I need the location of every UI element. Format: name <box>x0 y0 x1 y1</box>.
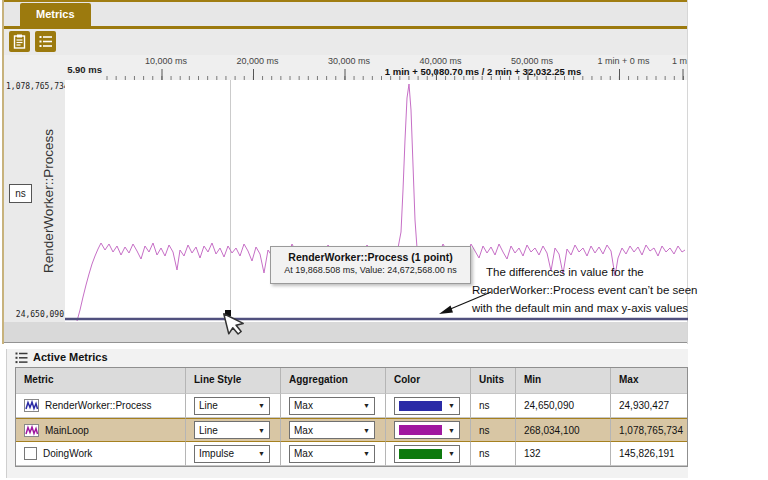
list-icon <box>15 352 28 364</box>
metric-row-mainloop[interactable]: MainLoopLine▼Max▼▼ns268,034,1001,078,765… <box>16 418 687 442</box>
column-header-color[interactable]: Color <box>386 368 471 394</box>
metrics-window: Metrics <box>0 0 768 480</box>
column-header-line-style[interactable]: Line Style <box>186 368 281 394</box>
line-style-dropdown[interactable]: Line▼ <box>194 421 270 439</box>
max-cell: 24,930,427 <box>611 394 687 418</box>
color-cell: ▼ <box>386 418 471 442</box>
chevron-down-icon: ▼ <box>363 402 370 409</box>
report-button[interactable] <box>9 31 30 52</box>
tree-list-icon <box>39 35 53 48</box>
time-tick-label: 10,000 ms <box>145 56 187 66</box>
column-header-min[interactable]: Min <box>516 368 611 394</box>
active-metrics-title: Active Metrics <box>33 351 108 363</box>
metric-row-renderworker-process[interactable]: RenderWorker::ProcessLine▼Max▼▼ns24,650,… <box>16 394 687 418</box>
line-style-dropdown[interactable]: Line▼ <box>194 397 270 415</box>
metrics-table: MetricLine StyleAggregationColorUnitsMin… <box>15 367 688 467</box>
metric-cell: MainLoop <box>16 418 186 442</box>
annotation-arrow <box>433 288 497 320</box>
annotation-line-3: with the default min and max y-axis valu… <box>472 299 702 317</box>
aggregation-value: Max <box>294 448 313 459</box>
metric-name-label: DoingWork <box>43 448 92 459</box>
min-cell: 132 <box>516 442 611 466</box>
tab-bar: Metrics <box>4 2 687 29</box>
line-style-cell: Impulse▼ <box>186 442 281 466</box>
color-dropdown[interactable]: ▼ <box>394 397 460 415</box>
metrics-table-header-row: MetricLine StyleAggregationColorUnitsMin… <box>16 368 687 394</box>
color-swatch <box>399 449 442 459</box>
aggregation-value: Max <box>294 425 313 436</box>
chevron-down-icon: ▼ <box>448 402 455 409</box>
metric-cell: RenderWorker::Process <box>16 394 186 418</box>
color-cell: ▼ <box>386 394 471 418</box>
aggregation-dropdown[interactable]: Max▼ <box>289 421 375 439</box>
y-axis-series-label: RenderWorker::Process <box>41 129 56 273</box>
units-button[interactable]: ns <box>9 184 32 203</box>
time-ticks <box>4 67 687 80</box>
metrics-panel: Metrics <box>2 0 688 478</box>
chevron-down-icon: ▼ <box>258 450 265 457</box>
line-style-dropdown[interactable]: Impulse▼ <box>194 445 270 463</box>
metric-name-label: RenderWorker::Process <box>45 400 152 411</box>
y-axis-gutter: 1,078,765,734 RenderWorker::Process ns 2… <box>4 80 65 322</box>
tooltip-detail: At 19,868.508 ms, Value: 24,672,568.00 n… <box>271 265 470 275</box>
aggregation-cell: Max▼ <box>281 442 386 466</box>
aggregation-dropdown[interactable]: Max▼ <box>289 397 375 415</box>
metric-waveform-icon[interactable] <box>24 424 39 437</box>
color-dropdown[interactable]: ▼ <box>394 421 460 439</box>
chevron-down-icon: ▼ <box>258 402 265 409</box>
point-tooltip: RenderWorker::Process (1 point) At 19,86… <box>270 246 471 284</box>
graph-toolbar <box>4 29 687 55</box>
y-axis-min-value: 24,650,090 <box>16 310 64 319</box>
time-tick-label: 30,000 ms <box>328 56 370 66</box>
tab-metrics[interactable]: Metrics <box>20 3 91 26</box>
min-cell: 268,034,100 <box>516 418 611 442</box>
line-style-cell: Line▼ <box>186 394 281 418</box>
color-swatch <box>399 425 442 435</box>
aggregation-cell: Max▼ <box>281 418 386 442</box>
chevron-down-icon: ▼ <box>258 427 265 434</box>
annotation-line-1: The differences in value for the <box>486 263 702 281</box>
chart-row: 1,078,765,734 RenderWorker::Process ns 2… <box>4 80 687 322</box>
min-cell: 24,650,090 <box>516 394 611 418</box>
chevron-down-icon: ▼ <box>363 450 370 457</box>
horizontal-scrollbar[interactable] <box>4 322 687 343</box>
time-tick-label: 20,000 ms <box>236 56 278 66</box>
mouse-cursor-icon <box>223 310 251 342</box>
metric-cell: DoingWork <box>16 442 186 466</box>
column-header-aggregation[interactable]: Aggregation <box>281 368 386 394</box>
column-header-units[interactable]: Units <box>471 368 516 394</box>
annotation-line-2: RenderWorker::Process event can’t be see… <box>472 281 702 299</box>
chevron-down-icon: ▼ <box>448 427 455 434</box>
graph-plot-area[interactable]: RenderWorker::Process (1 point) At 19,86… <box>65 80 687 322</box>
line-style-value: Line <box>199 400 218 411</box>
color-dropdown[interactable]: ▼ <box>394 445 460 463</box>
time-ruler[interactable]: 5.90 ms 1 min + 50,080.70 ms / 2 min + 3… <box>4 55 687 80</box>
time-tick-label: 1 m <box>672 56 687 66</box>
active-metrics-section: Active Metrics MetricLine StyleAggregati… <box>6 349 688 478</box>
aggregation-value: Max <box>294 400 313 411</box>
column-header-max[interactable]: Max <box>611 368 687 394</box>
y-axis-max-value: 1,078,765,734 <box>6 82 69 91</box>
time-tick-label: 1 min + 0 ms <box>598 56 650 66</box>
max-cell: 145,826,191 <box>611 442 687 466</box>
time-tick-label: 50,000 ms <box>511 56 553 66</box>
active-metrics-header: Active Metrics <box>7 349 688 367</box>
chevron-down-icon: ▼ <box>363 427 370 434</box>
chevron-down-icon: ▼ <box>448 450 455 457</box>
metric-row-doingwork[interactable]: DoingWorkImpulse▼Max▼▼ns132145,826,191 <box>16 442 687 466</box>
line-style-value: Impulse <box>199 448 234 459</box>
metric-waveform-icon[interactable] <box>24 399 39 412</box>
line-style-value: Line <box>199 425 218 436</box>
metric-name-label: MainLoop <box>45 425 89 436</box>
time-tick-label: 40,000 ms <box>419 56 461 66</box>
column-header-metric[interactable]: Metric <box>16 368 186 394</box>
aggregation-dropdown[interactable]: Max▼ <box>289 445 375 463</box>
annotation-text: The differences in value for the RenderW… <box>472 263 702 317</box>
max-cell: 1,078,765,734 <box>611 418 687 442</box>
units-cell: ns <box>471 394 516 418</box>
aggregation-cell: Max▼ <box>281 394 386 418</box>
color-swatch <box>399 401 442 411</box>
tree-list-button[interactable] <box>35 31 56 52</box>
color-cell: ▼ <box>386 442 471 466</box>
metric-checkbox[interactable] <box>24 447 37 460</box>
